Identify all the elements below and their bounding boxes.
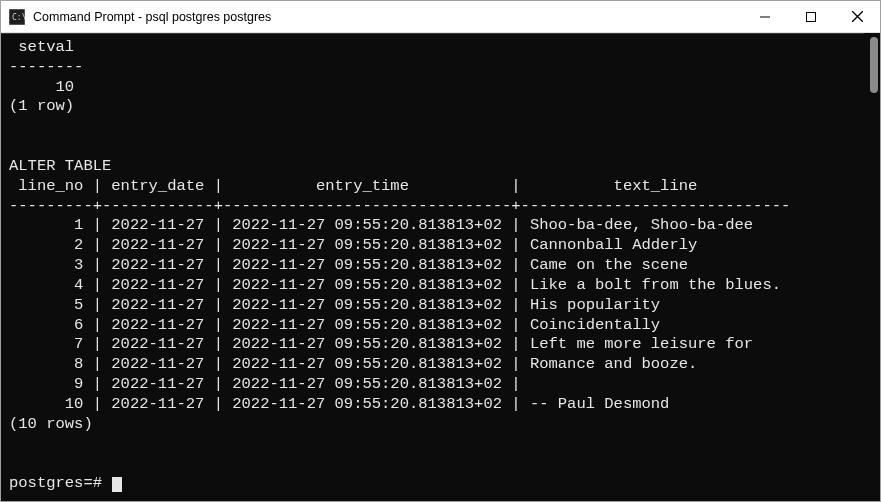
terminal-line: 5 | 2022-11-27 | 2022-11-27 09:55:20.813… bbox=[9, 296, 856, 316]
terminal[interactable]: setval-------- 10(1 row) ALTER TABLE lin… bbox=[1, 33, 864, 501]
terminal-line: 10 | 2022-11-27 | 2022-11-27 09:55:20.81… bbox=[9, 395, 856, 415]
terminal-line bbox=[9, 117, 856, 137]
window: C:\ Command Prompt - psql postgres postg… bbox=[0, 0, 881, 502]
terminal-line: -------- bbox=[9, 58, 856, 78]
minimize-button[interactable] bbox=[742, 1, 788, 32]
terminal-line: ---------+------------+-----------------… bbox=[9, 197, 856, 217]
maximize-button[interactable] bbox=[788, 1, 834, 32]
terminal-line bbox=[9, 435, 856, 455]
terminal-line: 1 | 2022-11-27 | 2022-11-27 09:55:20.813… bbox=[9, 216, 856, 236]
terminal-line bbox=[9, 454, 856, 474]
terminal-line: line_no | entry_date | entry_time | text… bbox=[9, 177, 856, 197]
close-button[interactable] bbox=[834, 1, 880, 32]
terminal-line: (1 row) bbox=[9, 97, 856, 117]
window-title: Command Prompt - psql postgres postgres bbox=[33, 10, 271, 24]
terminal-line bbox=[9, 137, 856, 157]
terminal-wrap: setval-------- 10(1 row) ALTER TABLE lin… bbox=[1, 33, 880, 501]
cursor bbox=[112, 477, 121, 493]
terminal-line: (10 rows) bbox=[9, 415, 856, 435]
svg-text:C:\: C:\ bbox=[12, 13, 25, 22]
terminal-line: 3 | 2022-11-27 | 2022-11-27 09:55:20.813… bbox=[9, 256, 856, 276]
terminal-line: 2 | 2022-11-27 | 2022-11-27 09:55:20.813… bbox=[9, 236, 856, 256]
svg-rect-3 bbox=[807, 12, 816, 21]
terminal-line: 4 | 2022-11-27 | 2022-11-27 09:55:20.813… bbox=[9, 276, 856, 296]
scrollbar-track[interactable] bbox=[864, 33, 880, 501]
cmd-icon: C:\ bbox=[9, 9, 25, 25]
scrollbar-thumb[interactable] bbox=[870, 37, 878, 93]
terminal-line: 6 | 2022-11-27 | 2022-11-27 09:55:20.813… bbox=[9, 316, 856, 336]
prompt-line[interactable]: postgres=# bbox=[9, 474, 856, 494]
terminal-line: setval bbox=[9, 38, 856, 58]
terminal-line: ALTER TABLE bbox=[9, 157, 856, 177]
terminal-line: 9 | 2022-11-27 | 2022-11-27 09:55:20.813… bbox=[9, 375, 856, 395]
terminal-line: 7 | 2022-11-27 | 2022-11-27 09:55:20.813… bbox=[9, 335, 856, 355]
prompt-text: postgres=# bbox=[9, 474, 111, 492]
titlebar[interactable]: C:\ Command Prompt - psql postgres postg… bbox=[1, 1, 880, 33]
terminal-line: 10 bbox=[9, 78, 856, 98]
terminal-line: 8 | 2022-11-27 | 2022-11-27 09:55:20.813… bbox=[9, 355, 856, 375]
window-controls bbox=[742, 1, 880, 32]
